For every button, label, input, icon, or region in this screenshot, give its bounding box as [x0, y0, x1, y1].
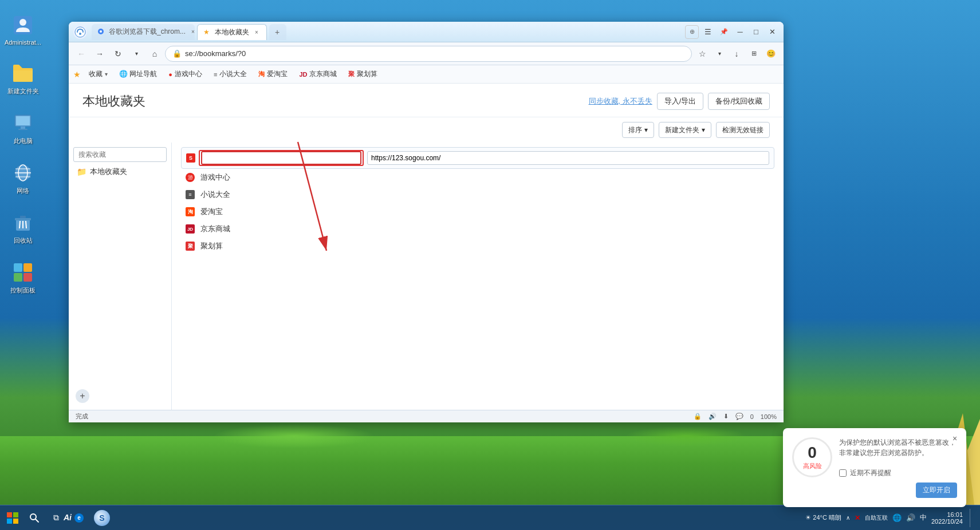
- bm-bar-novel[interactable]: ≡ 小说大全: [209, 68, 251, 81]
- check-invalid-btn[interactable]: 检测无效链接: [716, 122, 770, 138]
- my-computer-label: 此电脑: [14, 137, 33, 145]
- address-bar[interactable]: 🔒 se://bookmarks/?0: [165, 46, 692, 62]
- screen-btn[interactable]: ⊞: [746, 46, 762, 62]
- taskbar-sogou-btn[interactable]: S: [92, 508, 112, 528]
- chrome-favicon: [97, 28, 105, 36]
- tab-bookmarks[interactable]: ★ 本地收藏夹 ×: [197, 24, 267, 40]
- tab-chrome-download[interactable]: 谷歌浏览器下载_chrom... ×: [92, 24, 195, 40]
- recycle-bin-icon: [11, 211, 34, 234]
- bm-bar-jd[interactable]: JD 京东商城: [294, 68, 341, 81]
- profile-btn[interactable]: 😊: [763, 46, 779, 62]
- star-dropdown-btn[interactable]: ▾: [711, 46, 727, 62]
- star-btn[interactable]: ☆: [694, 46, 710, 62]
- local-folder-item[interactable]: 📁 本地收藏夹: [73, 164, 167, 179]
- show-desktop-btn[interactable]: [970, 509, 973, 527]
- taskbar-ai-text: Ai: [55, 505, 80, 530]
- tab-chrome-close[interactable]: ×: [189, 28, 195, 36]
- desktop-icon-new-folder[interactable]: 新建文件夹: [5, 60, 41, 98]
- home-btn[interactable]: ⌂: [147, 46, 163, 62]
- new-folder-arrow-icon: ▾: [702, 126, 705, 134]
- bookmarks-search-input[interactable]: [73, 147, 167, 162]
- svg-rect-18: [23, 263, 32, 272]
- desktop-icon-network[interactable]: 网络: [9, 159, 37, 197]
- desktop-icon-recycle-bin[interactable]: 回收站: [9, 209, 37, 247]
- tab-bookmarks-close[interactable]: ×: [253, 28, 261, 36]
- svg-rect-13: [20, 216, 26, 218]
- clock-date: 2022/10/24: [931, 518, 963, 525]
- bm-bar-collect[interactable]: 收藏 ▾: [84, 68, 112, 81]
- count-badge: 0: [750, 413, 754, 420]
- browser-logo: [73, 25, 87, 39]
- address-text: se://bookmarks/?0: [185, 49, 246, 58]
- popup-text-area: 为保护您的默认浏览器不被恶意篡改，非常建议您开启浏览器防护。 近期不再提醒 立即…: [839, 437, 957, 498]
- bookmark-item-4[interactable]: 淘 爱淘宝: [181, 203, 774, 220]
- new-folder-btn[interactable]: 新建文件夹 ▾: [659, 122, 711, 138]
- refresh-btn[interactable]: ↻: [110, 46, 126, 62]
- back-btn[interactable]: ←: [73, 46, 89, 62]
- local-folder-label: 本地收藏夹: [90, 167, 127, 177]
- tray-volume-icon[interactable]: 🔊: [906, 513, 915, 522]
- forward-btn[interactable]: →: [92, 46, 108, 62]
- security-status-icon: 🔒: [694, 413, 702, 420]
- bookmark-1-url-input[interactable]: [367, 151, 769, 165]
- sort-arrow-icon: ▾: [644, 126, 648, 134]
- bm-bar-game[interactable]: ● 游戏中心: [164, 68, 207, 81]
- folder-icon: 📁: [77, 167, 86, 176]
- browser-window: 谷歌浏览器下载_chrom... × ★ 本地收藏夹 × + ⊕ ☰ 📌 ─ □…: [69, 22, 784, 422]
- bookmark-6-favicon: 聚: [186, 242, 195, 251]
- sync-link[interactable]: 同步收藏, 永不丢失: [589, 96, 652, 106]
- desktop-icon-administrator[interactable]: Administrat...: [2, 11, 44, 48]
- network-label: 网络: [17, 187, 29, 195]
- svg-point-24: [100, 30, 102, 33]
- taskbar-start-btn[interactable]: [2, 508, 23, 528]
- tray-network-icon[interactable]: 🌐: [892, 513, 902, 522]
- status-bar: 完成 🔒 🔊 ⬇ 💬 0 100%: [69, 410, 784, 422]
- browser-content: 本地收藏夹 同步收藏, 永不丢失 导入/导出 备份/找回收藏 排序 ▾ 新建文件…: [69, 84, 784, 410]
- bm-bar-ju[interactable]: 聚 聚划算: [344, 68, 382, 81]
- bm-bar-nav[interactable]: 🌐 网址导航: [115, 68, 162, 81]
- bookmark-item-1[interactable]: S: [181, 147, 774, 169]
- pin-btn[interactable]: 📌: [717, 25, 731, 39]
- bookmarks-page-header: 本地收藏夹 同步收藏, 永不丢失 导入/导出 备份/找回收藏: [69, 84, 784, 117]
- svg-line-14: [19, 221, 20, 228]
- tray-expand-icon[interactable]: ∧: [846, 515, 850, 521]
- tray-ime-icon[interactable]: 中: [920, 513, 927, 523]
- menu-btn[interactable]: ☰: [701, 25, 715, 39]
- maximize-btn[interactable]: □: [749, 25, 763, 39]
- popup-close-btn[interactable]: ×: [949, 433, 961, 444]
- nav-right-buttons: ☆ ▾ ↓ ⊞ 😊: [694, 46, 779, 62]
- bookmark-1-name-input[interactable]: [201, 151, 361, 165]
- close-btn[interactable]: ✕: [765, 25, 779, 39]
- bookmark-item-3[interactable]: ≡ 小说大全: [181, 186, 774, 203]
- bookmark-item-6[interactable]: 聚 聚划算: [181, 238, 774, 255]
- new-folder-icon: [11, 62, 34, 85]
- desktop-icon-my-computer[interactable]: 此电脑: [9, 109, 37, 148]
- new-tab-button[interactable]: +: [269, 24, 286, 40]
- popup-description: 为保护您的默认浏览器不被恶意篡改，非常建议您开启浏览器防护。: [839, 437, 957, 458]
- new-folder-label: 新建文件夹: [665, 125, 699, 135]
- collect-btn[interactable]: ⊕: [685, 25, 699, 39]
- bm-bar-taobao[interactable]: 淘 爱淘宝: [254, 68, 292, 81]
- bookmark-item-2[interactable]: 游 游戏中心: [181, 169, 774, 186]
- page-title: 本地收藏夹: [82, 93, 145, 110]
- svg-point-1: [19, 19, 26, 26]
- bookmarks-split: 📁 本地收藏夹 + S: [69, 143, 784, 410]
- taskbar-search-btn[interactable]: [25, 509, 44, 527]
- minimize-btn[interactable]: ─: [733, 25, 747, 39]
- no-remind-checkbox[interactable]: [839, 469, 847, 477]
- add-folder-btn[interactable]: +: [76, 389, 89, 403]
- svg-line-32: [36, 519, 38, 522]
- desktop-icon-control-panel[interactable]: 控制面板: [8, 259, 38, 297]
- bookmark-item-5[interactable]: JD 京东商城: [181, 220, 774, 238]
- popup-open-btn[interactable]: 立即开启: [916, 482, 957, 498]
- taskbar-clock[interactable]: 16:01 2022/10/24: [931, 511, 963, 525]
- import-export-btn[interactable]: 导入/导出: [657, 93, 704, 110]
- clock-time: 16:01: [947, 511, 963, 518]
- my-computer-icon: [11, 112, 34, 135]
- download-btn[interactable]: ↓: [729, 46, 745, 62]
- sort-btn[interactable]: 排序 ▾: [622, 122, 654, 138]
- tray-x-logo: ✕: [855, 514, 860, 522]
- control-panel-icon: [11, 261, 34, 284]
- backup-btn[interactable]: 备份/找回收藏: [708, 93, 770, 110]
- dropdown-btn[interactable]: ▾: [128, 46, 144, 62]
